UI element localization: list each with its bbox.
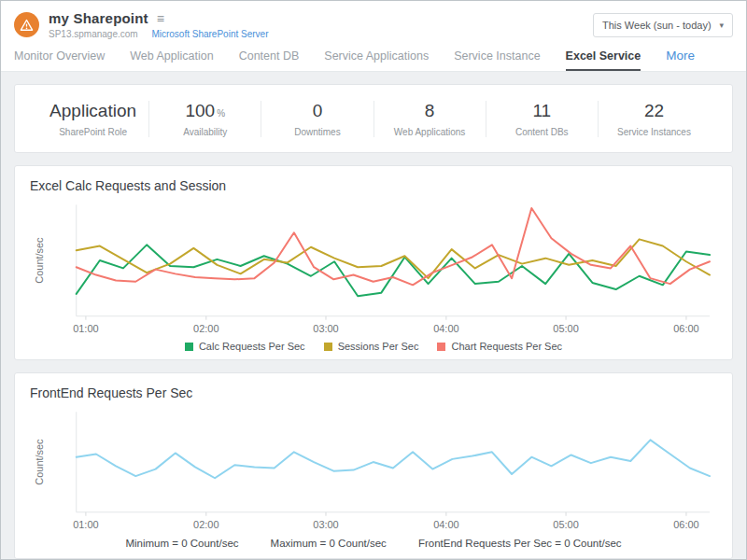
- svg-text:03:00: 03:00: [313, 519, 338, 530]
- svg-text:04:00: 04:00: [433, 519, 458, 530]
- monitor-warning-icon: [14, 12, 39, 37]
- legend-item-calc-requests[interactable]: Calc Requests Per Sec: [185, 341, 305, 352]
- tab-service-applications[interactable]: Service Applications: [324, 44, 429, 71]
- tab-service-instance[interactable]: Service Instance: [454, 44, 540, 71]
- stat-downtimes: 0 Downtimes: [261, 101, 374, 137]
- svg-text:05:00: 05:00: [553, 323, 578, 334]
- tab-web-application[interactable]: Web Application: [130, 44, 213, 71]
- warning-triangle-icon: [20, 19, 34, 32]
- stats-bar: Application SharePoint Role 100% Availab…: [14, 84, 733, 153]
- svg-text:06:00: 06:00: [673, 323, 698, 334]
- header: my Sharepoint ≡ SP13.spmanage.com Micros…: [1, 1, 746, 43]
- svg-text:Count/sec: Count/sec: [34, 439, 45, 485]
- stat-label: Downtimes: [261, 127, 373, 137]
- stat-service-instances: 22 Service Instances: [599, 101, 710, 137]
- minimum-stat: Minimum = 0 Count/sec: [125, 538, 238, 549]
- stat-label: SharePoint Role: [37, 127, 148, 137]
- stat-value: 8: [374, 101, 486, 121]
- excel-calc-line-chart[interactable]: 01:0002:0003:0004:0005:0006:00Count/sec: [30, 199, 717, 339]
- svg-text:04:00: 04:00: [433, 323, 458, 334]
- nav-tabs: Monitor Overview Web Application Content…: [1, 43, 746, 72]
- time-range-value: This Week (sun - today): [602, 20, 712, 31]
- legend-item-chart-requests[interactable]: Chart Requests Per Sec: [437, 341, 562, 352]
- frontend-requests-line-chart[interactable]: 01:0002:0003:0004:0005:0006:00Count/sec: [30, 406, 717, 535]
- hamburger-menu-icon[interactable]: ≡: [157, 12, 164, 25]
- stat-sharepoint-role: Application SharePoint Role: [37, 101, 149, 137]
- stat-availability: 100% Availability: [149, 101, 261, 137]
- stat-content-dbs: 11 Content DBs: [486, 101, 599, 137]
- time-range-dropdown[interactable]: This Week (sun - today) ▾: [593, 13, 733, 37]
- svg-text:Count/sec: Count/sec: [34, 237, 45, 284]
- stat-unit: %: [217, 108, 225, 119]
- stat-label: Web Applications: [374, 127, 486, 137]
- stat-value: 11: [486, 101, 598, 121]
- legend-label: Calc Requests Per Sec: [199, 341, 305, 352]
- page-title: my Sharepoint: [49, 10, 148, 26]
- stat-web-applications: 8 Web Applications: [374, 101, 486, 137]
- tab-more[interactable]: More: [666, 43, 695, 71]
- stat-value: 0: [261, 101, 373, 121]
- legend-label: Sessions Per Sec: [338, 341, 419, 352]
- legend-swatch: [437, 343, 445, 351]
- excel-calc-chart-panel: Excel Calc Requests and Session 01:0002:…: [14, 165, 733, 360]
- svg-text:03:00: 03:00: [313, 323, 338, 334]
- chart-legend: Calc Requests Per Sec Sessions Per Sec C…: [30, 341, 717, 352]
- host-name: SP13.spmanage.com: [49, 29, 138, 39]
- frontend-rate-stat: FrontEnd Requests Per Sec = 0 Count/sec: [418, 538, 622, 549]
- legend-label: Chart Requests Per Sec: [451, 341, 562, 352]
- stat-value: 22: [599, 101, 710, 121]
- svg-text:02:00: 02:00: [193, 323, 218, 334]
- svg-text:01:00: 01:00: [73, 323, 98, 334]
- stat-value: 100%: [149, 101, 261, 121]
- svg-text:01:00: 01:00: [73, 519, 98, 530]
- legend-swatch: [185, 343, 193, 351]
- svg-text:02:00: 02:00: [193, 519, 218, 530]
- chart-title: FrontEnd Requests Per Sec: [30, 385, 717, 400]
- frontend-requests-chart-panel: FrontEnd Requests Per Sec 01:0002:0003:0…: [14, 372, 733, 559]
- chart-title: Excel Calc Requests and Session: [30, 178, 717, 193]
- svg-text:06:00: 06:00: [673, 519, 698, 530]
- tab-excel-service[interactable]: Excel Service: [566, 44, 641, 71]
- stat-label: Content DBs: [486, 127, 598, 137]
- maximum-stat: Maximum = 0 Count/sec: [271, 538, 387, 549]
- svg-text:05:00: 05:00: [553, 519, 578, 530]
- tab-monitor-overview[interactable]: Monitor Overview: [14, 44, 105, 71]
- chevron-down-icon: ▾: [719, 21, 724, 30]
- legend-swatch: [324, 343, 332, 351]
- legend-item-sessions[interactable]: Sessions Per Sec: [324, 341, 419, 352]
- sharepoint-server-link[interactable]: Microsoft SharePoint Server: [151, 29, 268, 39]
- stat-label: Service Instances: [599, 127, 710, 137]
- title-block: my Sharepoint ≡ SP13.spmanage.com Micros…: [49, 10, 268, 39]
- tab-content-db[interactable]: Content DB: [239, 44, 300, 71]
- chart-footer-stats: Minimum = 0 Count/sec Maximum = 0 Count/…: [30, 538, 717, 551]
- content-area: Application SharePoint Role 100% Availab…: [1, 72, 746, 560]
- stat-value: Application: [37, 101, 148, 121]
- sharepoint-monitor-page: my Sharepoint ≡ SP13.spmanage.com Micros…: [0, 0, 747, 560]
- stat-label: Availability: [149, 127, 261, 137]
